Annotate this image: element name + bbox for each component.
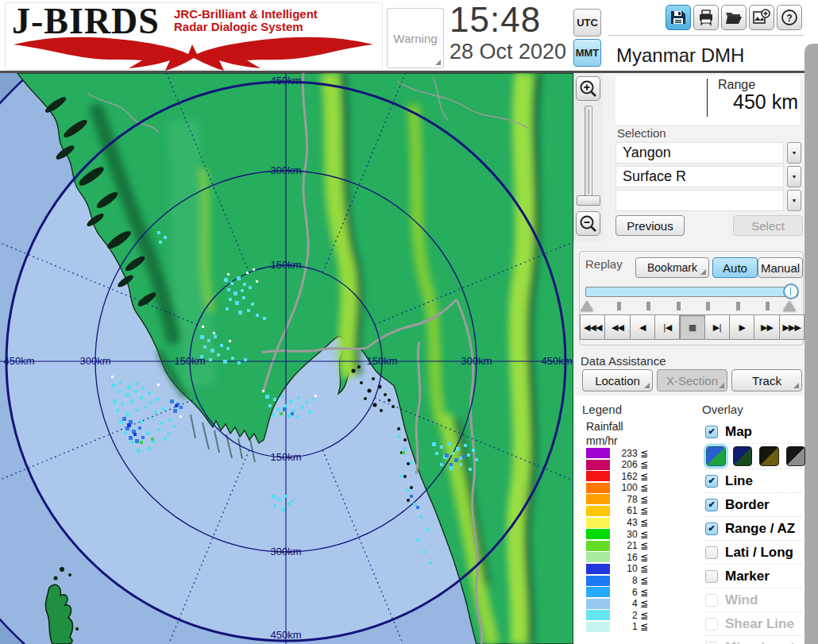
legend-value: 1 ≦ (632, 621, 648, 632)
checkbox[interactable] (705, 642, 718, 644)
auto-mode-button[interactable]: Auto (712, 257, 758, 278)
legend-value: 4 ≦ (632, 598, 648, 609)
fast-forward-button[interactable]: ▶▶ (754, 314, 779, 340)
warning-button[interactable]: Warning (387, 8, 444, 68)
slider-tick (766, 302, 770, 310)
print-icon (697, 9, 715, 26)
overlay-item-range-az[interactable]: ✔Range / AZ (705, 517, 805, 541)
help-button[interactable]: ? (777, 5, 802, 30)
overlay-item-label: Range / AZ (725, 521, 795, 537)
help-icon: ? (781, 9, 798, 26)
ring-label-east-150: 150km (366, 355, 397, 367)
ring-label-north-450: 450km (270, 75, 301, 87)
overlay-item-marker[interactable]: Marker (705, 565, 805, 588)
x-section-button[interactable]: X-Section (657, 369, 727, 391)
legend-unit: Rainfall mm/hr (586, 419, 623, 448)
map-style-row (705, 444, 805, 469)
previous-button[interactable]: Previous (615, 215, 685, 236)
print-button[interactable] (693, 5, 719, 30)
track-button[interactable]: Track (731, 369, 802, 391)
legend-row: 30 ≦ (586, 529, 648, 539)
location-button[interactable]: Location (582, 369, 653, 391)
checkbox[interactable]: ✔ (705, 499, 718, 511)
selection-value: Yangon (615, 142, 784, 164)
open-folder-button[interactable] (721, 5, 747, 30)
slider-start-marker[interactable] (581, 301, 593, 311)
chevron-down-icon[interactable]: ▼ (787, 142, 801, 164)
legend-row: 162 ≦ (586, 471, 648, 481)
data-assistance-label: Data Assistance (581, 354, 666, 368)
overlay-item-line[interactable]: ✔Line (705, 469, 805, 493)
zoom-slider-handle[interactable] (577, 195, 600, 206)
map-style-swatch-2[interactable] (733, 446, 753, 466)
legend-color-swatch (586, 576, 610, 586)
overlay-item-lati-long[interactable]: Lati / Long (705, 541, 805, 565)
step-back-button[interactable]: |◀ (654, 314, 680, 340)
overlay-item-map[interactable]: ✔Map (705, 420, 805, 444)
jump-start-button[interactable]: ◀◀◀ (580, 314, 605, 340)
logo-subtitle: JRC-Brilliant & Intelligent Radar Dialog… (174, 8, 380, 33)
selection-dropdown-3[interactable]: ▼ (615, 190, 801, 211)
legend-row: 233 ≦ (586, 448, 648, 458)
overlay-item-label: Marker (725, 569, 770, 584)
slider-tick (646, 302, 650, 310)
play-button[interactable]: ▶ (729, 314, 754, 340)
selection-dropdown-1[interactable]: Yangon▼ (615, 142, 801, 164)
chevron-down-icon[interactable]: ▼ (787, 190, 801, 211)
legend-value: 233 ≦ (622, 448, 648, 459)
checkbox[interactable] (705, 594, 718, 607)
checkbox[interactable]: ✔ (705, 475, 718, 488)
mmt-button[interactable]: MMT (573, 39, 601, 67)
chevron-down-icon[interactable]: ▼ (787, 166, 801, 187)
checkbox[interactable]: ✔ (705, 523, 718, 535)
replay-slider-track[interactable] (585, 287, 798, 297)
zoom-out-button[interactable] (576, 211, 600, 236)
step-forward-button[interactable]: ▶| (704, 314, 730, 340)
map-style-swatch-4[interactable] (786, 446, 806, 466)
fast-rewind-button[interactable]: ◀◀ (604, 314, 630, 340)
overlay-item-border[interactable]: ✔Border (705, 493, 805, 517)
ring-label-south-150: 150km (270, 451, 301, 463)
panel-edge-grip[interactable] (804, 44, 818, 644)
add-image-button[interactable] (749, 5, 774, 30)
manual-mode-button[interactable]: Manual (758, 257, 803, 278)
play-reverse-button[interactable]: ◀ (630, 314, 655, 340)
jbirds-logo: J-BIRDS JRC-Brilliant & Intelligent Rada… (5, 2, 383, 70)
legend-row: 2 ≦ (586, 610, 648, 620)
ring-label-north-150: 150km (270, 259, 301, 271)
bookmark-button[interactable]: Bookmark (635, 257, 709, 278)
overlay-item-label: Wind (725, 592, 758, 608)
ring-label-south-450: 450km (270, 629, 301, 641)
selection-dropdown-2[interactable]: Surface R▼ (615, 166, 801, 187)
map-style-swatch-1[interactable] (706, 446, 726, 466)
legend-row: 21 ≦ (586, 541, 648, 551)
legend-value: 21 ≦ (627, 540, 648, 551)
select-button[interactable]: Select (733, 215, 803, 236)
legend-value: 30 ≦ (627, 529, 648, 540)
map-style-swatch-3[interactable] (759, 446, 779, 466)
logo-subtitle-line1: JRC-Brilliant & Intelligent (174, 8, 380, 21)
overlay-item-microburst[interactable]: Microburst (705, 636, 805, 644)
save-button[interactable] (666, 5, 691, 30)
zoom-in-button[interactable] (576, 76, 600, 101)
checkbox[interactable] (705, 546, 718, 559)
utc-button[interactable]: UTC (573, 9, 601, 37)
replay-slider-handle[interactable] (783, 283, 799, 299)
legend-color-swatch (586, 552, 610, 562)
data-assistance-buttons: LocationX-SectionTrack (582, 369, 802, 391)
slider-tick (617, 302, 621, 310)
zoom-slider-track[interactable] (585, 106, 592, 198)
legend-row: 61 ≦ (586, 506, 648, 516)
overlay-item-wind[interactable]: Wind (705, 588, 805, 612)
checkbox[interactable]: ✔ (705, 426, 718, 438)
overlay-item-label: Shear Line (725, 616, 794, 632)
checkbox[interactable] (705, 618, 718, 631)
legend-color-swatch (586, 610, 610, 620)
ring-label-east-450: 450km (541, 355, 572, 367)
slider-end-marker[interactable] (783, 301, 796, 311)
jump-end-button[interactable]: ▶▶▶ (779, 314, 804, 340)
checkbox[interactable] (705, 570, 718, 583)
overlay-item-shear-line[interactable]: Shear Line (705, 612, 805, 636)
stop-button[interactable]: ■ (679, 314, 704, 340)
radar-map[interactable]: 450km 300km 150km 150km 300km 450km 450k… (0, 73, 573, 644)
